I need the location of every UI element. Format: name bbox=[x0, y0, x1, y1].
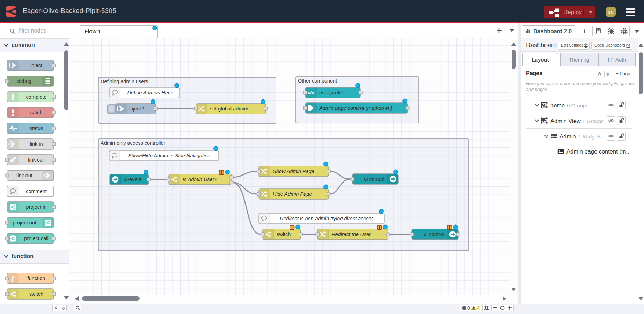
svg-text:Admin-only access controller: Admin-only access controller bbox=[101, 140, 166, 146]
svg-text:Hide Admin Page: Hide Admin Page bbox=[273, 191, 312, 197]
svg-text:Defining admin users: Defining admin users bbox=[101, 79, 148, 84]
svg-text:Other component: Other component bbox=[298, 78, 337, 84]
svg-text:Show Admin Page: Show Admin Page bbox=[273, 169, 314, 174]
svg-text:Redirect is non-admin trying d: Redirect is non-admin trying direct acce… bbox=[280, 216, 374, 221]
svg-text:catch: catch bbox=[30, 110, 43, 115]
svg-text:ui control: ui control bbox=[364, 176, 385, 182]
svg-text:project in: project in bbox=[26, 204, 47, 210]
svg-text:link call: link call bbox=[28, 157, 45, 163]
svg-text:Define Admins Here: Define Admins Here bbox=[127, 90, 172, 95]
svg-text:Is Admin User?: Is Admin User? bbox=[183, 177, 218, 182]
svg-text:inject ¹: inject ¹ bbox=[129, 106, 144, 112]
svg-text:!: ! bbox=[449, 225, 451, 229]
svg-text:set global.admins: set global.admins bbox=[210, 106, 249, 112]
svg-text:user profile: user profile bbox=[319, 90, 344, 95]
svg-text:ui-event: ui-event bbox=[124, 177, 142, 182]
svg-text:link out: link out bbox=[16, 173, 32, 178]
svg-text:!: ! bbox=[221, 170, 222, 174]
svg-text:ui control: ui control bbox=[424, 231, 444, 237]
svg-text:!: ! bbox=[292, 225, 293, 229]
svg-text:comment: comment bbox=[26, 188, 47, 194]
svg-text:status: status bbox=[30, 126, 43, 131]
svg-text:inject: inject bbox=[30, 63, 42, 68]
svg-text:Admin page content (markdown): Admin page content (markdown) bbox=[319, 105, 393, 111]
svg-text:debug: debug bbox=[17, 78, 31, 84]
svg-text:complete: complete bbox=[26, 94, 47, 100]
svg-text:Redirect the User: Redirect the User bbox=[331, 231, 371, 237]
svg-text:switch: switch bbox=[277, 231, 291, 237]
svg-text:project out: project out bbox=[13, 220, 36, 226]
svg-text:function: function bbox=[28, 276, 45, 281]
svg-text:</>: </> bbox=[308, 90, 314, 95]
svg-text:project call: project call bbox=[24, 236, 48, 241]
svg-text:!: ! bbox=[379, 225, 380, 229]
svg-text:Show/Hide Admin in Side Naviga: Show/Hide Admin in Side Navigation bbox=[128, 153, 211, 158]
svg-text:switch: switch bbox=[29, 291, 43, 297]
svg-text:link in: link in bbox=[30, 141, 43, 147]
